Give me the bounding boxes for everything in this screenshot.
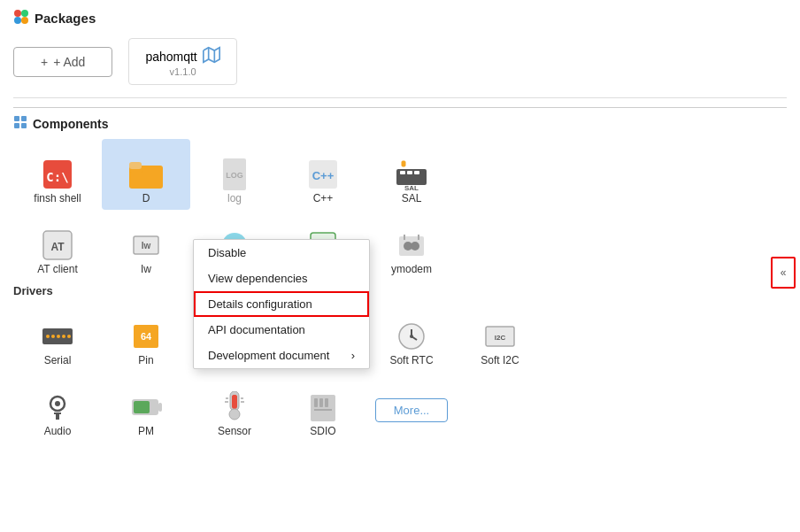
cpp-icon: C++ [305, 157, 341, 192]
svg-point-35 [411, 242, 419, 251]
sal-icon: SAL [394, 157, 429, 192]
driver-label: Pin [138, 354, 153, 366]
component-sal[interactable]: SAL SAL [367, 139, 456, 210]
ymodem-icon [394, 227, 429, 263]
more-button[interactable]: More... [375, 398, 448, 422]
context-menu-item-details-configuration[interactable]: Details configuration [194, 291, 369, 317]
component-label: Iw [141, 263, 151, 275]
svg-rect-23 [402, 161, 405, 166]
context-menu-item-view-dependencies[interactable]: View dependencies [194, 266, 369, 291]
svg-rect-73 [319, 398, 323, 407]
rtc-icon [394, 319, 429, 354]
svg-point-40 [51, 335, 55, 338]
driver-label: Audio [44, 425, 72, 437]
svg-point-2 [14, 17, 21, 24]
component-label: SAL [402, 192, 422, 204]
svg-text:LOG: LOG [226, 171, 243, 180]
component-cpp[interactable]: C++ C++ [279, 139, 367, 210]
svg-rect-21 [407, 171, 412, 174]
svg-point-42 [62, 335, 65, 338]
driver-sensor[interactable]: Sensor [190, 372, 279, 443]
pin-icon: 64 [128, 319, 164, 354]
svg-point-39 [46, 335, 50, 338]
svg-point-3 [21, 17, 28, 24]
svg-point-53 [410, 335, 413, 338]
component-finsh-shell[interactable]: C:\ finsh shell [13, 139, 102, 210]
driver-label: PM [138, 425, 154, 437]
svg-text:I2C: I2C [495, 334, 506, 342]
component-label: AT client [37, 263, 78, 275]
pm-icon [128, 389, 164, 425]
svg-rect-59 [56, 414, 59, 420]
component-log[interactable]: LOG log [190, 139, 279, 210]
svg-rect-62 [134, 401, 150, 413]
svg-point-43 [67, 335, 71, 338]
sensor-icon [217, 389, 252, 425]
context-menu-item-disable[interactable]: Disable [194, 240, 369, 266]
submenu-arrow-icon: › [351, 349, 355, 362]
svg-text:64: 64 [141, 331, 152, 342]
driver-serial[interactable]: Serial [13, 301, 102, 372]
section-divider [13, 97, 787, 98]
svg-rect-9 [21, 123, 27, 128]
audio-icon [40, 389, 75, 425]
add-button[interactable]: + + Add [13, 47, 112, 77]
svg-point-0 [14, 10, 21, 17]
log-icon: LOG [217, 157, 252, 192]
svg-rect-61 [158, 403, 162, 412]
driver-pin[interactable]: 64 Pin [102, 301, 190, 372]
driver-label: Serial [44, 354, 72, 366]
component-label: C++ [313, 192, 334, 204]
svg-rect-20 [400, 171, 405, 174]
context-menu-item-development-document[interactable]: Development document › [194, 343, 369, 368]
drivers-section-label: Drivers [13, 284, 787, 297]
svg-text:AT: AT [50, 241, 65, 253]
driver-label: SDIO [310, 425, 335, 437]
svg-rect-72 [314, 398, 318, 407]
svg-rect-6 [14, 116, 19, 121]
pkg-name: pahomqtt [145, 50, 196, 64]
packages-title: Packages [13, 9, 96, 27]
svg-rect-8 [14, 123, 19, 128]
driver-pm[interactable]: PM [102, 372, 190, 443]
serial-icon [40, 319, 75, 354]
components-icon [13, 115, 27, 132]
folder-icon [128, 157, 164, 192]
driver-label: Soft RTC [389, 354, 433, 366]
component-label: ymodem [391, 263, 432, 275]
driver-soft-i2c[interactable]: I2C Soft I2C [456, 301, 544, 372]
driver-sdio[interactable]: SDIO [279, 372, 367, 443]
component-label: D [142, 192, 150, 204]
svg-point-1 [21, 10, 28, 17]
sdio-icon [305, 389, 341, 425]
svg-text:SAL: SAL [404, 184, 419, 190]
svg-rect-14 [129, 162, 142, 169]
i2c-icon: I2C [482, 319, 518, 354]
add-icon: + [41, 55, 48, 69]
svg-rect-65 [232, 395, 237, 409]
package-card[interactable]: pahomqtt v1.1.0 [128, 38, 236, 85]
component-label: finsh shell [34, 192, 81, 204]
driver-label: Soft I2C [481, 354, 519, 366]
component-ymodem[interactable]: ymodem [367, 210, 456, 281]
svg-text:C++: C++ [312, 169, 335, 182]
svg-point-66 [229, 409, 240, 420]
pkg-version: v1.1.0 [170, 66, 196, 77]
svg-text:Iw: Iw [142, 241, 151, 251]
component-label: log [227, 192, 242, 204]
collapse-button[interactable]: « [771, 257, 796, 289]
svg-text:C:\: C:\ [46, 170, 68, 184]
svg-rect-7 [21, 116, 27, 121]
pkg-cube-icon [203, 46, 220, 66]
driver-audio[interactable]: Audio [13, 372, 102, 443]
component-d[interactable]: D [102, 139, 190, 210]
component-iw[interactable]: Iw Iw [102, 210, 190, 281]
driver-label: Sensor [218, 425, 251, 437]
svg-point-57 [55, 401, 60, 406]
svg-rect-22 [414, 171, 419, 174]
cmd-icon: C:\ [40, 157, 75, 192]
svg-point-41 [57, 335, 60, 338]
context-menu-item-api-documentation[interactable]: API documentation [194, 317, 369, 343]
component-at-client[interactable]: AT AT client [13, 210, 102, 281]
driver-soft-rtc[interactable]: Soft RTC [367, 301, 456, 372]
